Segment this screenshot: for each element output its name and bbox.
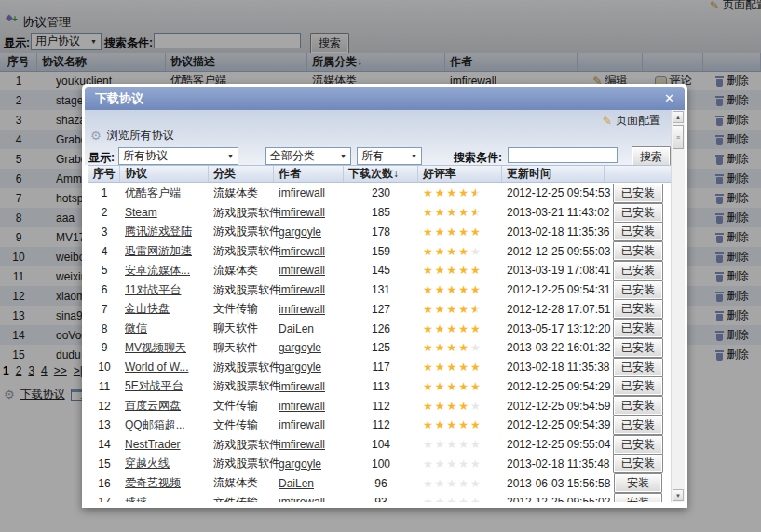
install-button[interactable]: 已安装 — [613, 435, 663, 455]
dialog-body: ✎ 页面配置 ⚙ 浏览所有协议 显示: 所有协议 ▼ 全部分类 ▼ — [85, 110, 685, 502]
rating-cell: ★★★★★★ — [418, 206, 502, 219]
scroll-down-icon[interactable]: ▼ — [673, 489, 684, 501]
install-button[interactable]: 已安装 — [613, 299, 663, 319]
table-row: 9MV视频聊天聊天软件gargoyle125★★★★★2013-03-22 16… — [88, 338, 672, 358]
author-link[interactable]: imfirewall — [279, 206, 325, 219]
protocol-link[interactable]: MV视频聊天 — [125, 341, 186, 354]
install-button[interactable]: 已安装 — [613, 222, 663, 241]
protocol-link[interactable]: 优酷客户端 — [125, 186, 181, 199]
dialog-titlebar[interactable]: 下载协议 ✕ — [85, 87, 685, 110]
search-label: 搜索条件: — [454, 150, 502, 166]
author-link[interactable]: gargoyle — [279, 361, 321, 374]
row-number: 7 — [88, 303, 120, 316]
install-button[interactable]: 已安装 — [613, 184, 663, 203]
updated-time: 2012-12-25 09:54:31 — [502, 283, 605, 296]
updated-time: 2012-12-28 17:07:51 — [502, 303, 605, 316]
star-icon: ★ — [458, 284, 469, 295]
install-button[interactable]: 已安装 — [613, 241, 663, 261]
protocol-link[interactable]: 穿越火线 — [125, 457, 170, 470]
scroll-up-icon[interactable]: ▲ — [673, 111, 684, 123]
protocol-link[interactable]: 金山快盘 — [125, 302, 170, 315]
row-number: 14 — [88, 438, 120, 451]
gear-icon: ⚙ — [90, 130, 102, 142]
install-button[interactable]: 已安装 — [613, 319, 663, 338]
scroll-thumb[interactable]: ≡ — [673, 125, 684, 149]
install-button[interactable]: 已安装 — [613, 280, 663, 300]
install-button[interactable]: 已安装 — [613, 261, 663, 280]
install-button[interactable]: 已安装 — [613, 358, 663, 377]
dialog-page-config-link[interactable]: ✎ 页面配置 — [603, 113, 660, 129]
rating-stars: ★★★★★ — [423, 497, 481, 502]
author-link[interactable]: imfirewall — [279, 400, 325, 413]
star-icon: ★ — [447, 304, 457, 315]
author-link[interactable]: gargoyle — [279, 225, 321, 239]
author-link[interactable]: DaiLen — [279, 477, 314, 490]
rating-stars: ★★★★★★ — [423, 304, 481, 315]
table-row: 8微信聊天软件DaiLen126★★★★★2013-05-17 13:12:20… — [88, 319, 672, 338]
author-link[interactable]: imfirewall — [279, 418, 325, 431]
download-protocol-dialog: 下载协议 ✕ ✎ 页面配置 ⚙ 浏览所有协议 显示: 所有协议 ▼ — [82, 84, 687, 508]
updated-time: 2012-12-25 09:55:02 — [502, 496, 605, 502]
install-button[interactable]: 安装 — [614, 473, 662, 493]
author-link[interactable]: imfirewall — [279, 283, 325, 296]
install-button[interactable]: 已安装 — [613, 338, 663, 358]
table-row: 13QQ邮箱超...文件传输imfirewall112★★★★★2012-12-… — [88, 416, 672, 435]
install-button[interactable]: 安装 — [614, 493, 662, 502]
rating-cell: ★★★★★ — [418, 361, 502, 374]
protocol-link[interactable]: 11对战平台 — [125, 283, 181, 296]
author-link[interactable]: imfirewall — [279, 264, 325, 277]
install-button[interactable]: 已安装 — [613, 396, 663, 416]
author-link[interactable]: imfirewall — [279, 438, 325, 451]
dialog-scrollbar[interactable]: ▲ ≡ ▼ — [671, 110, 685, 502]
category-select[interactable]: 全部分类 ▼ — [265, 147, 351, 165]
star-icon: ★ — [423, 323, 433, 334]
author-link[interactable]: gargoyle — [279, 341, 321, 354]
close-icon[interactable]: ✕ — [664, 91, 674, 105]
protocol-link[interactable]: World of W... — [125, 361, 188, 374]
install-button[interactable]: 已安装 — [613, 416, 663, 435]
install-button[interactable]: 已安装 — [613, 203, 663, 223]
protocol-category: 聊天软件 — [209, 321, 274, 336]
author-link[interactable]: imfirewall — [279, 496, 325, 502]
star-icon: ★ — [435, 478, 445, 489]
star-icon: ★ — [470, 246, 481, 257]
updated-time: 2012-12-25 09:54:59 — [502, 400, 605, 413]
star-icon: ★ — [435, 246, 445, 257]
protocol-link[interactable]: 安卓流媒体... — [125, 264, 190, 277]
protocol-link[interactable]: 微信 — [125, 321, 147, 334]
dialog-search-input[interactable] — [508, 147, 618, 163]
download-count: 100 — [344, 457, 418, 471]
protocol-category: 聊天软件 — [209, 340, 274, 356]
star-icon: ★ — [447, 458, 457, 470]
author-link[interactable]: imfirewall — [279, 380, 325, 393]
install-button[interactable]: 已安装 — [613, 376, 663, 396]
star-icon: ★ — [435, 361, 445, 373]
author-link[interactable]: imfirewall — [279, 186, 325, 199]
protocol-link[interactable]: 爱奇艺视频 — [125, 476, 181, 489]
protocol-category: 游戏股票软件 — [209, 282, 274, 298]
action-cell: 已安装 — [605, 376, 672, 396]
star-icon: ★ — [470, 284, 481, 295]
status-select[interactable]: 所有 ▼ — [357, 147, 422, 165]
star-icon: ★ — [458, 207, 469, 218]
author-link[interactable]: gargoyle — [279, 457, 321, 471]
install-button[interactable]: 已安装 — [613, 454, 663, 473]
rating-stars: ★★★★★ — [423, 361, 481, 373]
author-link[interactable]: imfirewall — [279, 303, 325, 316]
star-icon: ★ — [458, 401, 469, 412]
updated-time: 2013-03-22 16:01:32 — [502, 341, 605, 354]
protocol-link[interactable]: NestTrader — [125, 438, 181, 451]
protocol-link[interactable]: 5E对战平台 — [125, 379, 183, 392]
author-link[interactable]: imfirewall — [279, 245, 325, 258]
protocol-link[interactable]: QQ邮箱超... — [125, 418, 185, 431]
protocol-select[interactable]: 所有协议 ▼ — [118, 147, 238, 165]
star-icon: ★ — [447, 361, 457, 373]
protocol-link[interactable]: 球球 — [125, 496, 147, 502]
protocol-link[interactable]: 迅雷网游加速 — [125, 244, 192, 257]
action-cell: 安装 — [605, 473, 672, 493]
protocol-link[interactable]: Steam — [125, 206, 157, 219]
rating-stars: ★★★★★ — [423, 478, 481, 489]
protocol-link[interactable]: 百度云网盘 — [125, 399, 181, 412]
author-link[interactable]: DaiLen — [279, 322, 314, 335]
protocol-link[interactable]: 腾讯游戏登陆 — [125, 225, 192, 238]
